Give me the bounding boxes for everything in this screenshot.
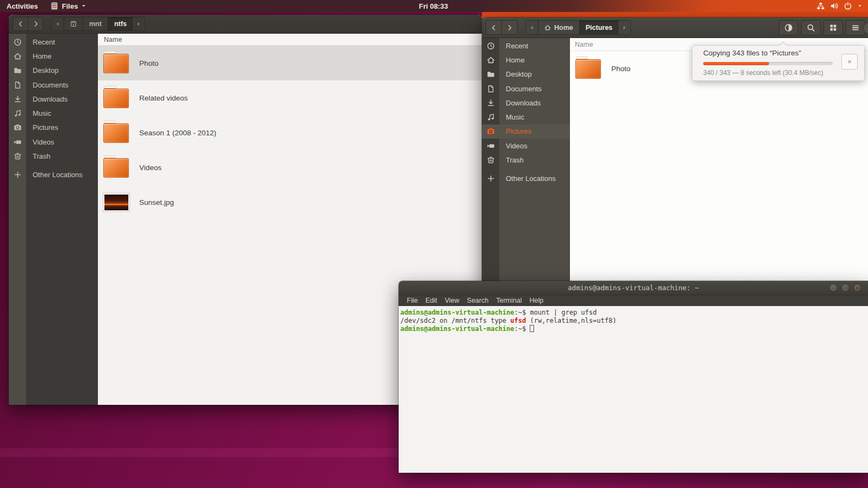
sidebar-item-music[interactable]: Music	[482, 110, 570, 124]
sidebar-item-icon	[14, 123, 22, 132]
progress-pie-icon	[784, 23, 793, 32]
minimize-button[interactable]: −	[829, 284, 838, 292]
files-window-pictures: Home Pictures −	[482, 17, 868, 289]
operations-progress-button[interactable]	[779, 20, 798, 35]
sidebar-item-label: Other Locations	[506, 174, 556, 183]
file-row-related-videos[interactable]: Related videos	[98, 80, 482, 115]
sidebar-item-icon	[14, 38, 22, 46]
menu-item-terminal[interactable]: Terminal	[492, 297, 525, 304]
sidebar-item-desktop[interactable]: Desktop	[9, 64, 98, 78]
menu-button[interactable]	[846, 20, 865, 35]
terminal-titlebar[interactable]: admins@admins-virtual-machine: ~ − □ ×	[399, 281, 868, 295]
path-segment-pictures[interactable]: Pictures	[580, 21, 618, 34]
sidebar-item-other-locations[interactable]: Other Locations	[9, 168, 98, 182]
file-row-season-1-2008-2012[interactable]: Season 1 (2008 - 2012)	[98, 115, 482, 150]
terminal-text-segment: :~$	[514, 309, 530, 316]
close-button[interactable]: ×	[853, 284, 861, 292]
sidebar-item-documents[interactable]: Documents	[482, 82, 570, 96]
sidebar-item-videos[interactable]: Videos	[482, 139, 570, 153]
terminal-text-segment: admins@admins-virtual-machine	[400, 325, 514, 333]
clock[interactable]: Fri 08:33	[419, 0, 448, 12]
sidebar-item-icon	[14, 152, 22, 160]
cancel-copy-button[interactable]: ×	[841, 54, 858, 70]
path-segment-label: Pictures	[586, 24, 612, 32]
system-status-menu[interactable]	[816, 0, 868, 12]
popover-caret	[778, 41, 787, 46]
sidebar-item-recent[interactable]: Recent	[9, 35, 98, 49]
top-bar-left: Activities Files	[0, 0, 92, 12]
sidebar-item-trash[interactable]: Trash	[9, 149, 98, 163]
file-row-videos[interactable]: Videos	[98, 150, 482, 185]
column-header-name[interactable]: Name	[104, 36, 122, 43]
column-header-name[interactable]: Name	[575, 41, 593, 48]
sidebar-item-label: Pictures	[33, 123, 58, 132]
sidebar-item-home[interactable]: Home	[482, 53, 570, 67]
places-list: Recent Home Desktop	[9, 34, 98, 182]
sidebar-item-downloads[interactable]: Downloads	[9, 92, 98, 106]
chevron-left-icon	[17, 21, 24, 27]
path-scroll-left-button[interactable]	[52, 17, 64, 30]
menu-item-view[interactable]: View	[441, 297, 463, 304]
path-crumbs: Home Pictures	[538, 21, 618, 34]
back-button[interactable]	[486, 20, 502, 35]
sidebar-item-downloads[interactable]: Downloads	[482, 96, 570, 110]
menu-item-search[interactable]: Search	[463, 297, 493, 304]
sidebar-item-documents[interactable]: Documents	[9, 78, 98, 92]
menu-item-file[interactable]: File	[403, 297, 421, 304]
sidebar-item-pictures[interactable]: Pictures	[9, 121, 98, 135]
triangle-left-icon	[529, 25, 535, 30]
volume-icon	[830, 2, 839, 10]
forward-button[interactable]	[501, 20, 518, 35]
hamburger-menu-icon	[851, 23, 860, 32]
menu-item-help[interactable]: Help	[525, 297, 547, 304]
path-scroll-left-button[interactable]	[526, 21, 538, 34]
terminal-body[interactable]: admins@admins-virtual-machine:~$ mount |…	[399, 306, 868, 473]
file-name-label: Related videos	[139, 94, 188, 102]
sidebar-item-pictures[interactable]: Pictures	[482, 124, 570, 139]
view-grid-button[interactable]	[823, 20, 843, 35]
sidebar-item-label: Music	[33, 109, 51, 117]
sidebar-item-desktop[interactable]: Desktop	[482, 67, 570, 82]
menu-item-edit[interactable]: Edit	[421, 297, 441, 304]
sidebar-item-videos[interactable]: Videos	[9, 135, 98, 149]
triangle-right-icon	[136, 21, 141, 27]
maximize-button[interactable]: □	[841, 284, 850, 292]
copy-progress-popover: Copying 343 files to “Pictures” 340 / 34…	[692, 45, 865, 81]
sidebar-item-label: Documents	[506, 85, 542, 93]
forward-button[interactable]	[28, 17, 44, 31]
terminal-text-segment: :~$	[514, 325, 530, 333]
file-name-label: Photo	[611, 65, 630, 73]
sidebar-item-label: Trash	[506, 156, 524, 164]
search-button[interactable]	[801, 20, 821, 35]
sidebar-item-label: Trash	[33, 152, 51, 160]
back-button[interactable]	[13, 17, 28, 31]
list-column-headers: Name	[98, 34, 482, 46]
app-menu-files[interactable]: Files	[45, 0, 92, 12]
close-icon: ×	[847, 58, 852, 66]
sidebar-item-label: Desktop	[506, 70, 532, 78]
path-segment-drive[interactable]	[64, 17, 83, 30]
sidebar-item-icon	[487, 85, 495, 93]
activities-button[interactable]: Activities	[0, 0, 45, 12]
folder-icon	[103, 158, 129, 178]
path-segment-mnt[interactable]: mnt	[83, 17, 108, 30]
sidebar-item-recent[interactable]: Recent	[482, 39, 570, 53]
sidebar-item-music[interactable]: Music	[9, 106, 98, 120]
file-row-sunset-jpg[interactable]: Sunset.jpg	[98, 185, 482, 220]
path-scroll-right-button[interactable]	[618, 21, 630, 34]
path-segment-home[interactable]: Home	[538, 21, 580, 34]
path-segment-label: mnt	[89, 20, 102, 28]
image-thumbnail	[103, 193, 129, 211]
sidebar-item-icon	[487, 174, 495, 183]
triangle-left-icon	[55, 21, 60, 27]
headerbar-actions	[779, 20, 865, 35]
sidebar-item-other-locations[interactable]: Other Locations	[482, 172, 570, 186]
file-row-photo[interactable]: Photo	[98, 46, 482, 80]
desktop-screen: Activities Files Fri 08:33	[0, 0, 868, 488]
copy-progress-status: 340 / 343 — 8 seconds left (30.4 MB/sec)	[703, 69, 857, 77]
path-scroll-right-button[interactable]	[133, 17, 145, 30]
sidebar-item-trash[interactable]: Trash	[482, 153, 570, 167]
path-segment-ntfs[interactable]: ntfs	[108, 17, 133, 30]
sidebar-item-icon	[487, 42, 495, 50]
sidebar-item-home[interactable]: Home	[9, 49, 98, 63]
